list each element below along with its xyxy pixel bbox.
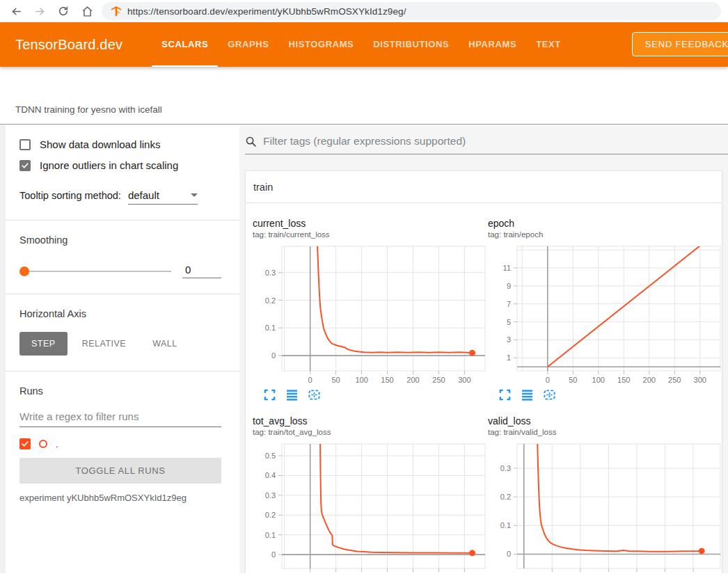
back-icon[interactable] — [7, 2, 25, 20]
run-checkbox[interactable] — [19, 438, 31, 449]
axis-button-relative[interactable]: RELATIVE — [70, 332, 139, 356]
smoothing-value-field[interactable]: 0 — [182, 264, 221, 278]
show-download-links-checkbox[interactable] — [19, 139, 31, 150]
experiment-note: experiment yKUbhb5wRmOSXYkId1z9eg — [19, 493, 221, 503]
svg-text:300: 300 — [458, 376, 470, 384]
scalar-chart-epoch: epochtag: train/epoch0501001502002503001… — [488, 203, 723, 401]
chevron-down-icon — [191, 193, 198, 197]
svg-text:0.2: 0.2 — [500, 493, 511, 501]
chart-plot-area[interactable]: 0501001502002503001357911 — [488, 243, 723, 386]
svg-text:50: 50 — [331, 376, 340, 384]
tooltip-sorting-value: default — [128, 189, 159, 201]
chart-plot-area[interactable]: 05010015020025030000.10.20.3 — [253, 243, 488, 386]
tooltip-sorting-label: Tooltip sorting method: — [19, 190, 121, 201]
svg-text:100: 100 — [592, 376, 605, 384]
scalar-chart-tot_avg_loss: tot_avg_losstag: train/tot_avg_loss05010… — [253, 401, 488, 573]
tab-distributions[interactable]: DISTRIBUTIONS — [363, 22, 459, 67]
svg-text:50: 50 — [569, 376, 577, 384]
svg-text:0: 0 — [507, 550, 511, 558]
svg-text:11: 11 — [503, 264, 511, 272]
tag-group-card: train current_losstag: train/current_los… — [245, 170, 722, 573]
fit-domain-icon[interactable] — [308, 389, 320, 401]
tab-graphs[interactable]: GRAPHS — [218, 22, 278, 67]
svg-text:0: 0 — [546, 376, 550, 384]
scalar-chart-current_loss: current_losstag: train/current_loss05010… — [253, 203, 488, 401]
app-logo: TensorBoard.dev — [15, 22, 122, 67]
view-data-icon[interactable] — [286, 389, 298, 401]
chart-tag: tag: train/valid_loss — [488, 428, 723, 436]
svg-text:250: 250 — [432, 376, 445, 384]
svg-text:300: 300 — [694, 376, 706, 384]
svg-text:150: 150 — [617, 376, 630, 384]
address-bar[interactable]: https://tensorboard.dev/experiment/yKUbh… — [102, 2, 721, 20]
horizontal-axis-label: Horizontal Axis — [19, 308, 221, 319]
svg-text:0.5: 0.5 — [265, 452, 276, 460]
home-icon[interactable] — [78, 2, 96, 20]
tab-histograms[interactable]: HISTOGRAMS — [278, 22, 363, 67]
settings-sidebar: Show data download links Ignore outliers… — [0, 125, 239, 573]
svg-text:0.2: 0.2 — [265, 511, 276, 519]
send-feedback-button[interactable]: SEND FEEDBACK — [632, 32, 728, 56]
svg-text:100: 100 — [355, 376, 367, 384]
runs-regex-input[interactable] — [19, 409, 221, 427]
fit-domain-icon[interactable] — [544, 389, 555, 401]
svg-text:200: 200 — [643, 376, 656, 384]
forward-icon[interactable] — [31, 2, 49, 20]
svg-text:0.1: 0.1 — [265, 324, 276, 332]
browser-toolbar: https://tensorboard.dev/experiment/yKUbh… — [0, 0, 728, 22]
tooltip-sorting-select[interactable]: default — [128, 189, 198, 205]
svg-text:3: 3 — [507, 335, 511, 344]
svg-text:7: 7 — [507, 300, 511, 308]
tab-text[interactable]: TEXT — [526, 22, 571, 67]
view-data-icon[interactable] — [521, 389, 533, 401]
charts-grid: current_losstag: train/current_loss05010… — [246, 203, 722, 573]
reload-icon[interactable] — [54, 2, 72, 20]
run-name: . — [56, 439, 58, 449]
horizontal-axis-section: Horizontal Axis STEPRELATIVEWALL — [6, 294, 239, 372]
tag-filter-input[interactable] — [263, 135, 728, 148]
experiment-subheader: TDNN training for yesno with icefall — [0, 67, 728, 125]
tag-group-header[interactable]: train — [246, 171, 722, 203]
ignore-outliers-label: Ignore outliers in chart scaling — [40, 159, 178, 171]
smoothing-label: Smoothing — [19, 234, 221, 246]
chart-actions — [499, 389, 723, 401]
chart-plot-area[interactable]: 5010015020025030000.10.20.3 — [488, 440, 723, 573]
chart-title: tot_avg_loss — [253, 415, 488, 426]
show-download-links-row[interactable]: Show data download links — [19, 138, 221, 150]
chart-plot-area[interactable]: 05010015020025030000.10.20.30.40.5 — [253, 440, 488, 573]
tab-scalars[interactable]: SCALARS — [152, 22, 218, 67]
axis-button-step[interactable]: STEP — [19, 332, 68, 356]
toggle-all-runs-button[interactable]: TOGGLE ALL RUNS — [19, 458, 221, 484]
tensorboard-favicon — [111, 6, 121, 16]
url-text[interactable]: https://tensorboard.dev/experiment/yKUbh… — [127, 6, 406, 17]
svg-text:0.1: 0.1 — [500, 521, 511, 529]
ignore-outliers-row[interactable]: Ignore outliers in chart scaling — [19, 159, 221, 171]
expand-chart-icon[interactable] — [264, 389, 276, 401]
expand-chart-icon[interactable] — [499, 389, 511, 401]
horizontal-axis-buttons: STEPRELATIVEWALL — [19, 332, 221, 356]
smoothing-slider-thumb[interactable] — [19, 266, 29, 276]
chart-title: current_loss — [253, 218, 488, 229]
svg-text:0: 0 — [271, 550, 276, 559]
scalar-chart-valid_loss: valid_losstag: train/valid_loss501001502… — [488, 401, 723, 573]
chart-actions — [264, 389, 488, 401]
dashboard-main: train current_losstag: train/current_los… — [239, 125, 728, 573]
show-download-links-label: Show data download links — [40, 138, 160, 150]
smoothing-slider[interactable] — [19, 271, 171, 272]
ignore-outliers-checkbox[interactable] — [19, 160, 31, 171]
search-icon — [245, 136, 257, 148]
tab-hparams[interactable]: HPARAMS — [459, 22, 526, 67]
tag-filter-row — [245, 135, 728, 154]
svg-text:5: 5 — [507, 318, 511, 326]
axis-button-wall[interactable]: WALL — [141, 332, 189, 356]
chart-title: valid_loss — [488, 415, 723, 426]
experiment-title: TDNN training for yesno with icefall — [15, 104, 162, 115]
svg-text:0.4: 0.4 — [265, 471, 276, 479]
general-settings-section: Show data download links Ignore outliers… — [6, 125, 239, 221]
svg-text:0.3: 0.3 — [265, 269, 276, 277]
smoothing-section: Smoothing 0 — [6, 221, 239, 294]
run-row[interactable]: . — [19, 438, 221, 449]
chart-title: epoch — [488, 218, 723, 229]
runs-section: Runs . TOGGLE ALL RUNS experiment yKUbhb… — [6, 372, 239, 518]
svg-text:9: 9 — [507, 282, 511, 290]
